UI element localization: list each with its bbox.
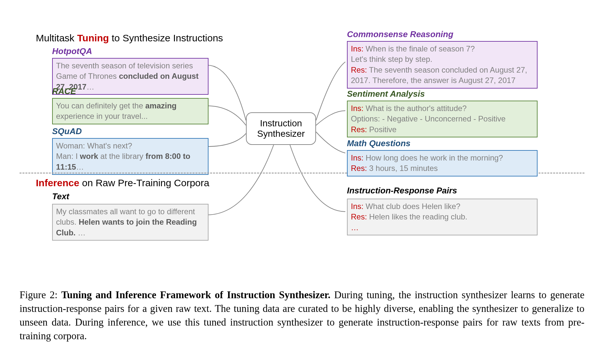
label-math: Math Questions: [347, 138, 410, 148]
label-text: Text: [52, 191, 69, 202]
label-commonsense: Commonsense Reasoning: [347, 29, 453, 39]
title-multitask: Multitask Tuning to Synthesize Instructi…: [36, 33, 223, 44]
box-commonsense: Ins: When is the finale of season 7? Let…: [347, 41, 538, 89]
label-squad: SQuAD: [52, 126, 82, 136]
label-race: RACE: [52, 86, 76, 96]
center-line2: Synthesizer: [257, 129, 305, 139]
diagram-container: Multitask Tuning to Synthesize Instructi…: [20, 13, 584, 280]
center-line1: Instruction: [260, 118, 302, 129]
label-pairs: Instruction-Response Pairs: [347, 186, 457, 196]
box-sentiment: Ins: What is the author's attitude? Opti…: [347, 101, 538, 137]
box-pairs: Ins: What club does Helen like? Res: Hel…: [347, 199, 538, 235]
title-inference: Inference on Raw Pre-Training Corpora: [36, 177, 209, 189]
label-hotpotqa: HotpotQA: [52, 46, 92, 56]
box-text: My classmates all want to go to differen…: [52, 204, 209, 241]
label-sentiment: Sentiment Analysis: [347, 89, 425, 99]
box-squad: Woman: What's next? Man: I work at the l…: [52, 138, 209, 175]
box-math: Ins: How long does he work in the mornin…: [347, 150, 538, 176]
figure-caption: Figure 2: Tuning and Inference Framework…: [20, 288, 584, 343]
box-race: You can definitely get the amazing exper…: [52, 98, 209, 124]
instruction-synthesizer-node: Instruction Synthesizer: [246, 112, 316, 145]
